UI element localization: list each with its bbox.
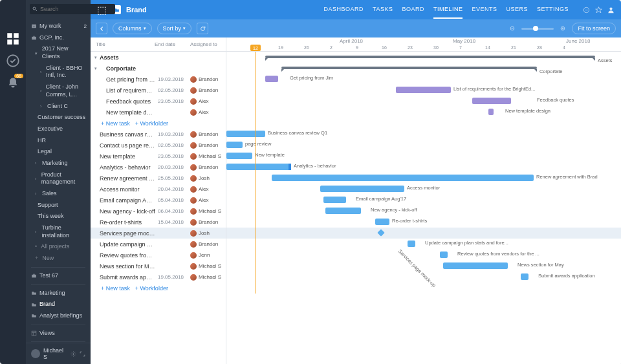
gantt-bar[interactable]: page review [226,142,243,148]
zoom-slider[interactable] [521,28,554,30]
tab-board[interactable]: BOARD [402,1,424,19]
columns-dropdown[interactable]: Columns▾ [113,23,152,34]
new-task-link[interactable]: + New task [101,120,130,127]
sidebar-item[interactable]: Legal [26,146,91,158]
gantt-row[interactable]: Services page mock-up [226,228,621,239]
gantt-bar[interactable]: New template design [488,109,494,115]
back-button[interactable] [96,23,107,34]
sidebar-item[interactable]: ›Client - John Comms, L... [26,81,91,100]
gantt-bar[interactable]: News section for May [443,262,508,269]
sidebar-item[interactable]: ›Client - BBHO Intl, Inc. [26,63,91,81]
gantt-row[interactable]: Access monitor [226,184,621,195]
new-workfolder-link[interactable]: + Workfolder [135,285,168,292]
tab-timeline[interactable]: TIMELINE [433,1,463,19]
task-row[interactable]: Submit awards application19.05.2018Micha… [91,272,226,283]
user-row[interactable]: Michael S [26,343,91,364]
task-row[interactable]: Services page mock-upJosh [91,228,226,239]
star-icon[interactable] [595,6,602,14]
sidebar-item[interactable]: Analyst briefings [26,310,91,322]
gantt-row[interactable]: Analytics - behavior [226,162,621,173]
gantt-bar[interactable]: Services page mock-up [377,229,384,236]
gantt-bar[interactable]: Submit awards application [521,273,528,280]
gantt-row[interactable]: page review [226,140,621,151]
task-row[interactable]: News section for MayMichael S [91,261,226,272]
gantt-row[interactable]: List of requirements for the BrightEd... [226,85,621,96]
person-icon[interactable] [607,6,615,14]
gantt-bar[interactable]: Assets [265,56,595,58]
task-row[interactable]: Email campaign Aug'1705.04.2018Alex [91,195,226,206]
task-row[interactable]: Business canvas review Q119.03.2018Brand… [91,129,226,140]
gantt-row[interactable]: Email campaign Aug'17 [226,195,621,206]
sidebar-item[interactable]: ›Turbine installation [26,222,91,241]
gantt-bar[interactable]: Review quotes from vendors for the ... [440,252,448,258]
gantt-chart[interactable]: April 2018May 2018June 20181219262916233… [226,37,621,364]
gantt-row[interactable]: New agency - kick-off [226,206,621,217]
tab-settings[interactable]: SETTINGS [537,1,569,19]
gantt-bar[interactable]: Re-order t-shirts [375,219,389,225]
gantt-bar[interactable]: Email campaign Aug'17 [323,197,346,203]
zoom-out-button[interactable] [507,23,518,34]
sidebar-item[interactable]: This week [26,211,91,222]
task-row[interactable]: Renew agreement with Brad25.05.2018Josh [91,173,226,184]
sidebar-item[interactable]: ›Client C [26,101,91,112]
check-circle-icon[interactable] [6,54,19,67]
sidebar-item[interactable]: •All projects [26,241,91,253]
gantt-bar[interactable]: Access monitor [320,186,404,192]
gantt-row[interactable] [226,118,621,129]
tab-tasks[interactable]: TASKS [373,1,393,19]
gantt-bar[interactable]: List of requirements for the BrightEd... [396,87,451,93]
tab-events[interactable]: EVENTS [472,1,497,19]
task-row[interactable]: New template23.05.2018Michael S [91,151,226,162]
col-end-header[interactable]: End date [155,41,190,47]
gantt-row[interactable]: Review quotes from vendors for the ... [226,250,621,261]
sidebar-item[interactable]: My work2 [26,21,91,32]
gantt-row[interactable] [226,283,621,294]
gantt-bar[interactable]: Analytics - behavior [226,164,291,170]
sidebar-item[interactable]: Executive [26,123,91,135]
col-assigned-header[interactable]: Assigned to [190,41,226,47]
task-row[interactable]: Access monitor20.04.2018Alex [91,184,226,195]
gantt-row[interactable]: New template design [226,107,621,118]
task-row[interactable]: ▾Assets [91,52,226,63]
up-button[interactable]: ⬚ [97,4,107,16]
sidebar-item[interactable]: +New [26,253,91,264]
gantt-row[interactable]: Get pricing from Jim [226,74,621,85]
sidebar-item[interactable]: ›Marketing [26,158,91,169]
sidebar-item[interactable]: ›Product management [26,169,91,188]
new-task-link[interactable]: + New task [101,285,130,292]
dash-icon[interactable] [583,6,590,14]
sidebar-item[interactable]: Test 67 [26,270,91,282]
gantt-row[interactable]: News section for May [226,261,621,272]
add-task-row[interactable]: + New task+ Workfolder [91,118,226,129]
gantt-bar[interactable]: Corportate [281,67,537,69]
sidebar-item[interactable]: Customer success [26,112,91,123]
gantt-bar[interactable]: Update campaign plan stats and fore... [408,241,415,247]
gantt-row[interactable]: Corportate [226,63,621,74]
fit-to-screen-button[interactable]: Fit to screen [572,23,616,34]
task-row[interactable]: Re-order t-shirts15.04.2018Brandon [91,217,226,228]
gantt-bar[interactable]: Business canvas review Q1 [226,131,265,137]
gantt-row[interactable]: Submit awards application [226,272,621,283]
gantt-row[interactable]: Re-order t-shirts [226,217,621,228]
sidebar-item[interactable]: Marketing [26,288,91,299]
gantt-bar[interactable]: Renew agreement with Brad [272,175,534,181]
task-row[interactable]: New agency - kick-off06.04.2018Michael S [91,206,226,217]
task-row[interactable]: Review quotes from vendors for the ...Je… [91,250,226,261]
task-row[interactable]: Contact us page review02.05.2018Brandon [91,140,226,151]
task-row[interactable]: Feedback quotes23.05.2018Alex [91,96,226,107]
new-workfolder-link[interactable]: + Workfolder [135,120,168,127]
sidebar-item[interactable]: GCP, Inc. [26,32,91,44]
sidebar-item[interactable]: ›Sales [26,188,91,200]
gantt-bar[interactable]: Get pricing from Jim [265,76,278,82]
col-title-header[interactable]: Title [91,41,155,47]
gantt-row[interactable]: Update campaign plan stats and fore... [226,239,621,250]
expand-icon[interactable] [80,351,85,357]
bell-icon[interactable] [6,76,19,89]
sidebar-item[interactable]: Support [26,200,91,211]
tab-users[interactable]: USERS [506,1,528,19]
task-row[interactable]: New template designAlex [91,107,226,118]
sortby-dropdown[interactable]: Sort by▾ [157,23,192,34]
zoom-in-button[interactable] [557,23,569,34]
gantt-row[interactable]: Renew agreement with Brad [226,173,621,184]
refresh-button[interactable] [197,23,208,34]
